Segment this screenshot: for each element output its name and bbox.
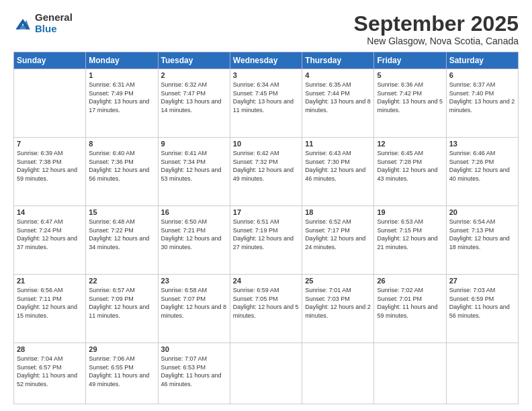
table-row: 20 Sunrise: 6:54 AMSunset: 7:13 PMDaylig… <box>446 206 518 275</box>
day-number: 29 <box>89 345 154 353</box>
title-block: September 2025 New Glasgow, Nova Scotia,… <box>354 12 519 46</box>
table-row: 3 Sunrise: 6:34 AMSunset: 7:45 PMDayligh… <box>230 69 302 138</box>
page: General Blue September 2025 New Glasgow,… <box>0 0 532 411</box>
day-number: 21 <box>17 277 83 285</box>
table-row <box>374 343 446 404</box>
day-info: Sunrise: 6:34 AMSunset: 7:45 PMDaylight:… <box>233 81 294 113</box>
day-info: Sunrise: 6:40 AMSunset: 7:36 PMDaylight:… <box>89 150 149 182</box>
table-row: 10 Sunrise: 6:42 AMSunset: 7:32 PMDaylig… <box>230 138 302 206</box>
day-number: 4 <box>305 71 371 79</box>
day-number: 5 <box>377 71 443 79</box>
day-info: Sunrise: 6:58 AMSunset: 7:07 PMDaylight:… <box>161 287 227 319</box>
col-tuesday: Tuesday <box>158 52 230 69</box>
day-number: 17 <box>233 208 299 216</box>
day-info: Sunrise: 6:50 AMSunset: 7:21 PMDaylight:… <box>161 218 222 250</box>
col-wednesday: Wednesday <box>230 52 302 69</box>
table-row: 16 Sunrise: 6:50 AMSunset: 7:21 PMDaylig… <box>158 206 230 275</box>
day-number: 1 <box>89 71 154 79</box>
day-number: 9 <box>161 140 227 148</box>
col-monday: Monday <box>86 52 158 69</box>
month-title: September 2025 <box>354 12 519 36</box>
table-row: 25 Sunrise: 7:01 AMSunset: 7:03 PMDaylig… <box>302 275 374 343</box>
day-info: Sunrise: 6:46 AMSunset: 7:26 PMDaylight:… <box>449 150 510 182</box>
table-row: 2 Sunrise: 6:32 AMSunset: 7:47 PMDayligh… <box>158 69 230 138</box>
table-row: 24 Sunrise: 6:59 AMSunset: 7:05 PMDaylig… <box>230 275 302 343</box>
table-row: 11 Sunrise: 6:43 AMSunset: 7:30 PMDaylig… <box>302 138 374 206</box>
day-number: 15 <box>89 208 154 216</box>
table-row: 14 Sunrise: 6:47 AMSunset: 7:24 PMDaylig… <box>14 206 86 275</box>
table-row: 30 Sunrise: 7:07 AMSunset: 6:53 PMDaylig… <box>158 343 230 404</box>
col-sunday: Sunday <box>14 52 86 69</box>
day-info: Sunrise: 6:42 AMSunset: 7:32 PMDaylight:… <box>233 150 294 182</box>
day-info: Sunrise: 6:56 AMSunset: 7:11 PMDaylight:… <box>17 287 77 319</box>
table-row: 6 Sunrise: 6:37 AMSunset: 7:40 PMDayligh… <box>446 69 518 138</box>
day-info: Sunrise: 6:35 AMSunset: 7:44 PMDaylight:… <box>305 81 371 113</box>
table-row: 26 Sunrise: 7:02 AMSunset: 7:01 PMDaylig… <box>374 275 446 343</box>
table-row: 23 Sunrise: 6:58 AMSunset: 7:07 PMDaylig… <box>158 275 230 343</box>
day-info: Sunrise: 7:04 AMSunset: 6:57 PMDaylight:… <box>17 355 77 387</box>
day-number: 26 <box>377 277 443 285</box>
table-row <box>302 343 374 404</box>
table-row <box>14 69 86 138</box>
day-info: Sunrise: 6:37 AMSunset: 7:40 PMDaylight:… <box>449 81 515 113</box>
table-row: 15 Sunrise: 6:48 AMSunset: 7:22 PMDaylig… <box>86 206 158 275</box>
day-number: 30 <box>161 345 227 353</box>
table-row: 22 Sunrise: 6:57 AMSunset: 7:09 PMDaylig… <box>86 275 158 343</box>
day-number: 2 <box>161 71 227 79</box>
day-info: Sunrise: 6:54 AMSunset: 7:13 PMDaylight:… <box>449 218 510 250</box>
day-number: 28 <box>17 345 83 353</box>
table-row <box>446 343 518 404</box>
day-number: 22 <box>89 277 154 285</box>
day-number: 3 <box>233 71 299 79</box>
day-info: Sunrise: 6:36 AMSunset: 7:42 PMDaylight:… <box>377 81 443 113</box>
day-number: 23 <box>161 277 227 285</box>
day-number: 8 <box>89 140 154 148</box>
day-number: 25 <box>305 277 371 285</box>
logo-text: General Blue <box>35 12 73 34</box>
logo-blue: Blue <box>35 24 73 35</box>
day-info: Sunrise: 7:02 AMSunset: 7:01 PMDaylight:… <box>377 287 437 319</box>
col-friday: Friday <box>374 52 446 69</box>
day-info: Sunrise: 6:52 AMSunset: 7:17 PMDaylight:… <box>305 218 365 250</box>
day-number: 12 <box>377 140 443 148</box>
table-row: 7 Sunrise: 6:39 AMSunset: 7:38 PMDayligh… <box>14 138 86 206</box>
table-row: 21 Sunrise: 6:56 AMSunset: 7:11 PMDaylig… <box>14 275 86 343</box>
table-row: 27 Sunrise: 7:03 AMSunset: 6:59 PMDaylig… <box>446 275 518 343</box>
table-row: 8 Sunrise: 6:40 AMSunset: 7:36 PMDayligh… <box>86 138 158 206</box>
day-info: Sunrise: 7:03 AMSunset: 6:59 PMDaylight:… <box>449 287 510 319</box>
table-row: 4 Sunrise: 6:35 AMSunset: 7:44 PMDayligh… <box>302 69 374 138</box>
location-subtitle: New Glasgow, Nova Scotia, Canada <box>354 36 519 46</box>
day-number: 6 <box>449 71 515 79</box>
day-number: 20 <box>449 208 515 216</box>
day-info: Sunrise: 6:57 AMSunset: 7:09 PMDaylight:… <box>89 287 149 319</box>
calendar-header-row: Sunday Monday Tuesday Wednesday Thursday… <box>14 52 519 69</box>
day-number: 24 <box>233 277 299 285</box>
day-info: Sunrise: 6:45 AMSunset: 7:28 PMDaylight:… <box>377 150 437 182</box>
logo-icon <box>13 14 32 33</box>
day-number: 16 <box>161 208 227 216</box>
table-row: 13 Sunrise: 6:46 AMSunset: 7:26 PMDaylig… <box>446 138 518 206</box>
table-row: 29 Sunrise: 7:06 AMSunset: 6:55 PMDaylig… <box>86 343 158 404</box>
table-row: 28 Sunrise: 7:04 AMSunset: 6:57 PMDaylig… <box>14 343 86 404</box>
col-thursday: Thursday <box>302 52 374 69</box>
day-number: 13 <box>449 140 515 148</box>
logo-general: General <box>35 12 73 24</box>
day-number: 18 <box>305 208 371 216</box>
logo: General Blue <box>13 12 73 34</box>
col-saturday: Saturday <box>446 52 518 69</box>
table-row <box>230 343 302 404</box>
day-info: Sunrise: 6:31 AMSunset: 7:49 PMDaylight:… <box>89 81 149 113</box>
table-row: 9 Sunrise: 6:41 AMSunset: 7:34 PMDayligh… <box>158 138 230 206</box>
header: General Blue September 2025 New Glasgow,… <box>13 12 519 46</box>
day-info: Sunrise: 7:07 AMSunset: 6:53 PMDaylight:… <box>161 355 222 387</box>
day-number: 10 <box>233 140 299 148</box>
day-info: Sunrise: 6:43 AMSunset: 7:30 PMDaylight:… <box>305 150 365 182</box>
day-number: 11 <box>305 140 371 148</box>
table-row: 5 Sunrise: 6:36 AMSunset: 7:42 PMDayligh… <box>374 69 446 138</box>
day-info: Sunrise: 6:41 AMSunset: 7:34 PMDaylight:… <box>161 150 222 182</box>
day-info: Sunrise: 6:53 AMSunset: 7:15 PMDaylight:… <box>377 218 437 250</box>
day-info: Sunrise: 6:48 AMSunset: 7:22 PMDaylight:… <box>89 218 149 250</box>
day-number: 19 <box>377 208 443 216</box>
table-row: 1 Sunrise: 6:31 AMSunset: 7:49 PMDayligh… <box>86 69 158 138</box>
day-number: 7 <box>17 140 83 148</box>
